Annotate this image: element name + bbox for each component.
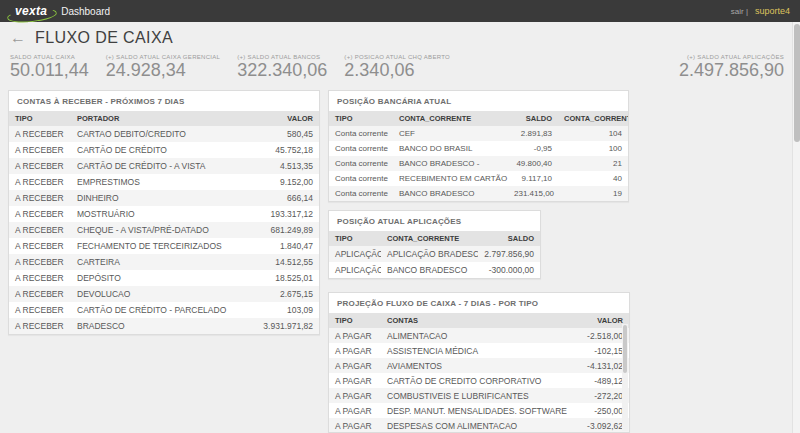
page-scrollbar[interactable]	[792, 22, 800, 433]
column-header[interactable]: VALOR	[567, 313, 629, 328]
table-row[interactable]: A RECEBERCARTÃO DE CRÉDITO - PARCELADO10…	[9, 302, 319, 318]
table-cell: 666,14	[241, 190, 319, 206]
table-row[interactable]: A PAGARCARTÃO DE CREDITO CORPORATIVO-489…	[329, 373, 629, 388]
table-row[interactable]: A RECEBERDEVOLUCAO2.675,15	[9, 286, 319, 302]
table-row[interactable]: A RECEBERCARTÃO DE CRÉDITO - A VISTA4.51…	[9, 158, 319, 174]
kpi-value: 50.011,44	[10, 60, 89, 81]
kpi-saldo-atual-aplicacoes: (+) SALDO ATUAL APLICAÇÕES 2.497.856,90	[679, 54, 790, 81]
column-header[interactable]: SALDO	[508, 111, 558, 126]
table-cell: BANCO BRADESCO	[381, 262, 478, 278]
table-row[interactable]: A RECEBERCARTAO DEBITO/CREDITO580,45	[9, 126, 319, 142]
user-menu[interactable]: suporte4	[755, 6, 790, 16]
table-row[interactable]: APLICAÇÃOAPLICAÇÃO BRADESCO CDB2.797.856…	[329, 246, 540, 262]
table-cell: A PAGAR	[329, 343, 381, 358]
table-cell: -4.131,02	[567, 358, 629, 373]
table-cell: A RECEBER	[9, 126, 71, 142]
table-cell: A RECEBER	[9, 174, 71, 190]
table-row[interactable]: Conta correnteBANCO DO BRASIL-0,95100	[329, 141, 628, 156]
projecao-fluxo-table: TIPOCONTASVALORA PAGARALIMENTACAO-2.518,…	[329, 313, 629, 433]
table-cell: A RECEBER	[9, 238, 71, 254]
table-cell: CEF	[393, 126, 508, 141]
vexta-logo[interactable]: vexta	[10, 4, 52, 18]
table-cell: A RECEBER	[9, 270, 71, 286]
table-row[interactable]: Conta correnteBANCO BRADESCO231.415,0019	[329, 186, 628, 201]
table-row[interactable]: A PAGARAVIAMENTOS-4.131,02	[329, 358, 629, 373]
panel-posicao-bancaria: POSIÇÃO BANCÁRIA ATUAL TIPOCONTA_CORRENT…	[328, 90, 629, 202]
table-cell: 103,09	[241, 302, 319, 318]
table-row[interactable]: A RECEBERFECHAMENTO DE TERCEIRIZADOS1.84…	[9, 238, 319, 254]
table-cell: BANCO BRADESCO	[393, 186, 508, 201]
table-row[interactable]: A PAGARDESP. MANUT. MENSALIDADES. SOFTWA…	[329, 403, 629, 418]
table-row[interactable]: Conta correnteBANCO BRADESCO -49.800,402…	[329, 156, 628, 171]
column-header[interactable]: SALDO	[478, 231, 540, 246]
table-row[interactable]: A PAGARCOMBUSTIVEIS E LUBRIFICANTES-272,…	[329, 388, 629, 403]
table-cell: 104	[558, 126, 628, 141]
table-cell: A RECEBER	[9, 318, 71, 334]
table-cell: A RECEBER	[9, 190, 71, 206]
table-row[interactable]: A RECEBERDEPÓSITO18.525,01	[9, 270, 319, 286]
table-cell: BANCO DO BRASIL	[393, 141, 508, 156]
table-cell: 14.512,55	[241, 254, 319, 270]
table-row[interactable]: A RECEBERCARTÃO DE CRÉDITO45.752,18	[9, 142, 319, 158]
table-row[interactable]: A RECEBEREMPRESTIMOS9.152,00	[9, 174, 319, 190]
panel-title: POSIÇÃO BANCÁRIA ATUAL	[329, 91, 628, 111]
table-row[interactable]: A PAGARDESPESAS COM ALIMENTACAO-3.092,62	[329, 418, 629, 433]
table-cell: -250,00	[567, 403, 629, 418]
table-row[interactable]: APLICAÇÃOBANCO BRADESCO-300.000,00	[329, 262, 540, 278]
table-row[interactable]: Conta correnteRECEBIMENTO EM CARTÃO (DÉB…	[329, 171, 628, 186]
column-header[interactable]: TIPO	[9, 111, 71, 126]
column-header[interactable]: TIPO	[329, 231, 381, 246]
table-cell: APLICAÇÃO	[329, 262, 381, 278]
column-header[interactable]: TIPO	[329, 111, 393, 126]
table-row[interactable]: A RECEBERBRADESCO3.931.971,82	[9, 318, 319, 334]
back-arrow-icon[interactable]: ←	[10, 30, 26, 46]
table-cell: DESP. MANUT. MENSALIDADES. SOFTWARE	[381, 403, 567, 418]
column-header[interactable]: CONTA_CORRENTE	[381, 231, 478, 246]
panel-scrollbar-thumb[interactable]	[623, 325, 627, 373]
panel-posicao-aplicacoes: POSIÇÃO ATUAL APLICAÇÕES TIPOCONTA_CORRE…	[328, 210, 541, 279]
table-cell: Conta corrente	[329, 141, 393, 156]
table-header-row: TIPOCONTA_CORRENTESALDO	[329, 231, 540, 246]
kpi-saldo-atual-caixa-gerencial: (+) SALDO ATUAL CAIXA GERENCIAL 24.928,3…	[106, 54, 221, 81]
table-cell: BRADESCO	[71, 318, 241, 334]
table-row[interactable]: A RECEBERMOSTRUÁRIO193.317,12	[9, 206, 319, 222]
column-header[interactable]: CONTA_CORRENTE	[393, 111, 508, 126]
table-cell: A PAGAR	[329, 403, 381, 418]
table-cell: CARTÃO DE CRÉDITO - A VISTA	[71, 158, 241, 174]
table-cell: -102,15	[567, 343, 629, 358]
column-header[interactable]: TIPO	[329, 313, 381, 328]
table-cell: ALIMENTACAO	[381, 328, 567, 343]
kpi-saldo-atual-bancos: (+) SALDO ATUAL BANCOS 322.340,06	[237, 54, 327, 81]
column-header[interactable]: VALOR	[241, 111, 319, 126]
table-cell: EMPRESTIMOS	[71, 174, 241, 190]
table-cell: Conta corrente	[329, 126, 393, 141]
column-header[interactable]: CONTA_CORRENTE_ID	[558, 111, 628, 126]
column-header[interactable]: CONTAS	[381, 313, 567, 328]
table-cell: CARTAO DEBITO/CREDITO	[71, 126, 241, 142]
table-cell: A PAGAR	[329, 328, 381, 343]
panel-title: PROJEÇÃO FLUXO DE CAIXA - 7 DIAS - POR T…	[329, 293, 629, 313]
column-header[interactable]: PORTADOR	[71, 111, 241, 126]
table-cell: 4.513,35	[241, 158, 319, 174]
table-row[interactable]: A PAGARASSISTENCIA MÉDICA-102,15	[329, 343, 629, 358]
table-header-row: TIPOPORTADORVALOR	[9, 111, 319, 126]
table-cell: 18.525,01	[241, 270, 319, 286]
page-scrollbar-thumb[interactable]	[794, 24, 800, 142]
table-cell: 100	[558, 141, 628, 156]
table-row[interactable]: Conta correnteCEF2.891,83104	[329, 126, 628, 141]
table-row[interactable]: A PAGARALIMENTACAO-2.518,00	[329, 328, 629, 343]
posicao-aplicacoes-table: TIPOCONTA_CORRENTESALDOAPLICAÇÃOAPLICAÇÃ…	[329, 231, 540, 278]
table-cell: Conta corrente	[329, 171, 393, 186]
table-row[interactable]: A RECEBERCARTEIRA14.512,55	[9, 254, 319, 270]
nav-dashboard[interactable]: Dashboard	[61, 6, 110, 17]
table-cell: 231.415,00	[508, 186, 558, 201]
table-cell: 45.752,18	[241, 142, 319, 158]
table-cell: 9.152,00	[241, 174, 319, 190]
table-cell: BANCO BRADESCO -	[393, 156, 508, 171]
kpi-value: 24.928,34	[106, 60, 221, 81]
table-row[interactable]: A RECEBERDINHEIRO666,14	[9, 190, 319, 206]
table-row[interactable]: A RECEBERCHEQUE - A VISTA/PRÉ-DATADO681.…	[9, 222, 319, 238]
panel-scrollbar[interactable]	[622, 324, 628, 431]
table-cell: A RECEBER	[9, 206, 71, 222]
logout-link[interactable]: sair |	[731, 7, 748, 16]
